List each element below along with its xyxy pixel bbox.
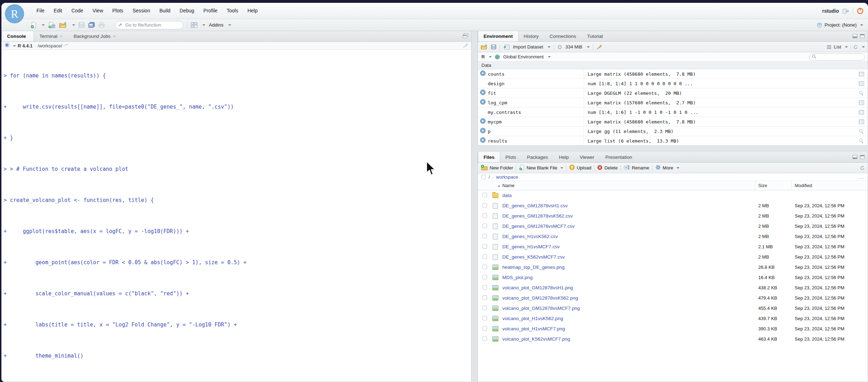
panes-caret[interactable] [202,24,205,27]
environment-tab[interactable]: Environment [478,31,519,41]
new-project-icon[interactable] [48,22,56,28]
file-name-link[interactable]: DE_genes_GM12878vsH1.csv [502,203,568,208]
file-checkbox[interactable] [482,254,487,259]
new-folder-button[interactable]: New Folder [481,164,513,172]
environment-row[interactable]: log_cpm Large matrix (157680 elements, 2… [478,98,868,108]
file-checkbox[interactable] [482,193,487,197]
minimize-pane-icon[interactable] [852,33,857,40]
upload-button[interactable]: Upload [569,164,591,171]
environment-row[interactable]: fit Large DGEGLM (22 elements, 20 MB) [478,88,868,98]
file-checkbox[interactable] [482,295,487,300]
expand-arrow-icon[interactable] [480,99,486,106]
list-view-caret[interactable] [845,46,848,49]
variable-action-icon[interactable] [859,129,864,134]
file-name-link[interactable]: volcano_plot_GM12878vsK562.png [502,295,578,301]
save-icon[interactable] [79,22,85,28]
file-name-link[interactable]: volcano_plot_H1vsK562.png [502,316,563,321]
maximize-pane-icon[interactable] [860,33,865,40]
column-header-size[interactable]: Size [758,183,767,188]
expand-arrow-icon[interactable] [480,128,486,135]
variable-action-icon[interactable] [859,138,864,143]
files-tab[interactable]: Plots [500,152,522,162]
file-checkbox[interactable] [482,336,487,341]
variable-action-icon[interactable] [859,110,864,115]
console-tab[interactable]: Terminal × [34,31,68,41]
file-checkbox[interactable] [482,285,487,290]
maximize-pane-icon[interactable] [860,154,865,161]
file-row[interactable]: DE_genes_K562vsMCF7.csv 2 MB Sep 23, 202… [478,252,868,262]
memory-usage-button[interactable]: 334 MiB [565,44,582,50]
clear-console-icon[interactable] [463,43,468,50]
new-file-caret[interactable] [42,24,45,27]
tab-close-icon[interactable]: × [60,34,63,39]
file-row[interactable]: DE_genes_H1vsMCF7.csv 2.1 MB Sep 23, 202… [478,242,868,252]
expand-arrow-icon[interactable] [480,70,486,77]
select-all-checkbox[interactable] [481,175,486,179]
file-row[interactable]: MDS_plot.png 16.4 KB Sep 23, 2024, 12:56… [478,272,868,283]
variable-action-icon[interactable] [859,120,864,124]
column-header-name[interactable]: ▲ Name [497,183,515,188]
file-name-link[interactable]: DE_genes_H1vsK562.csv [502,234,558,239]
panes-grid-icon[interactable] [191,22,198,28]
file-row[interactable]: volcano_plot_H1vsK562.png 439.7 KB Sep 2… [478,313,868,324]
save-all-icon[interactable] [88,22,95,28]
file-checkbox[interactable] [482,213,487,218]
variable-action-icon[interactable] [859,81,864,86]
load-workspace-icon[interactable] [481,44,488,50]
file-name-link[interactable]: heatmap_top_DE_genes.png [502,265,565,270]
environment-row[interactable]: my.contrasts num [1:4, 1:6] 1 -1 0 0 1 0… [478,108,868,117]
column-header-modified[interactable]: Modified [795,183,812,188]
file-checkbox[interactable] [482,203,487,208]
environment-row[interactable]: counts Large matrix (458680 elements, 7.… [478,69,868,79]
print-icon[interactable] [98,22,105,28]
breadcrumb-folder[interactable]: workspace [496,174,518,180]
console-output[interactable]: > for (name in names(results)) { + write… [1,50,471,382]
file-name-link[interactable]: volcano_plot_H1vsMCF7.png [502,326,565,331]
import-dataset-caret[interactable] [548,46,550,49]
file-name-link[interactable]: DE_genes_GM12878vsMCF7.csv [502,224,575,229]
menu-item[interactable]: View [88,3,108,19]
delete-button[interactable]: Delete [597,165,618,171]
file-name-link[interactable]: DE_genes_H1vsMCF7.csv [502,244,560,249]
file-checkbox[interactable] [482,265,487,269]
variable-action-icon[interactable] [859,100,864,105]
menu-item[interactable]: File [32,3,49,19]
breadcrumb-root[interactable]: / [489,174,490,180]
addins-button[interactable]: Addins [209,22,223,28]
menu-item[interactable]: Session [128,3,155,19]
environment-search-input[interactable] [818,54,861,59]
file-row[interactable]: volcano_plot_GM12878vsK562.png 479.4 KB … [478,293,868,303]
minimize-pane-icon[interactable] [852,154,857,161]
open-file-caret[interactable] [72,24,75,27]
menu-item[interactable]: Debug [175,3,199,19]
save-workspace-icon[interactable] [491,44,496,50]
sign-out-icon[interactable] [843,8,849,14]
menu-item[interactable]: Tools [222,3,243,19]
expand-arrow-icon[interactable] [480,118,486,125]
refresh-icon[interactable] [853,45,858,50]
file-name-link[interactable]: DE_genes_GM12878vsK562.csv [502,213,573,219]
refresh-icon[interactable] [860,166,865,170]
variable-action-icon[interactable] [859,91,864,96]
files-tab[interactable]: Viewer [575,152,600,162]
file-checkbox[interactable] [482,326,487,331]
tab-close-icon[interactable]: × [113,34,116,39]
file-checkbox[interactable] [482,275,487,279]
file-checkbox[interactable] [482,234,487,238]
expand-arrow-icon[interactable] [480,137,486,144]
file-row[interactable]: DE_genes_H1vsK562.csv 2 MB Sep 23, 2024,… [478,231,868,242]
environment-row[interactable]: design num [1:8, 1:4] 1 1 0 0 0 0 0 0 0 … [478,79,868,88]
memory-caret[interactable] [587,46,590,49]
files-tab[interactable]: Files [478,152,500,162]
file-row[interactable]: data [478,190,868,201]
environment-tab[interactable]: Tutorial [582,31,609,41]
environment-tab[interactable]: History [519,31,544,41]
file-checkbox[interactable] [482,306,487,310]
file-name-link[interactable]: volcano_plot_GM12878vsH1.png [502,285,573,290]
environment-scope-selector[interactable]: Global Environment [503,54,543,59]
file-row[interactable]: DE_genes_GM12878vsH1.csv 2 MB Sep 23, 20… [478,201,868,211]
files-tab[interactable]: Packages [522,152,554,162]
environment-row[interactable]: p Large gg (11 elements, 2.3 MB) [478,127,868,136]
open-file-icon[interactable] [59,22,67,28]
file-name-link[interactable]: DE_genes_K562vsMCF7.csv [502,254,565,260]
